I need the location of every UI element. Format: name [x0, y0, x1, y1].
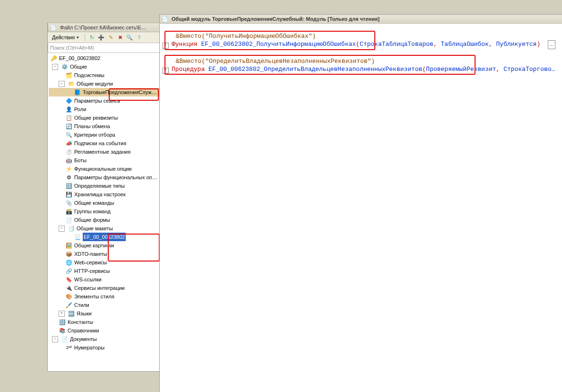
- tree-item-ws-refs[interactable]: 🔖 WS-ссылки: [49, 275, 160, 284]
- tree-item-numerators[interactable]: 2³⁴ Нумераторы: [49, 343, 160, 352]
- tree-item-styles[interactable]: 🖌️ Стили: [49, 301, 160, 309]
- add-icon[interactable]: ➕: [97, 34, 105, 41]
- config-icon: 🔑: [50, 54, 58, 62]
- tree-item-common-forms[interactable]: 📄 Общие формы: [49, 216, 160, 224]
- left-panel-title: 📄 Файл C:\Проект КА\Бизнес сеть\Е…: [48, 23, 160, 32]
- code-annotation-1: &Вместо("ПолучитьИнформациюОбОшибках"): [163, 32, 561, 40]
- tree-item-func-opt-params[interactable]: ⚙ Параметры функциональных оп…: [49, 173, 160, 182]
- tree-item-defined-types[interactable]: 🔠 Определяемые типы: [49, 182, 160, 190]
- tree-item-common-commands[interactable]: 📎 Общие команды: [49, 199, 160, 207]
- collapse-icon[interactable]: −: [59, 81, 65, 87]
- param-icon: 🔷: [65, 97, 73, 105]
- commonforms-icon: 📄: [65, 216, 73, 224]
- gears-icon: ⚙️: [61, 63, 69, 70]
- code-func-1: +Функция EF_00_00623802_ПолучитьИнформац…: [163, 40, 561, 49]
- styleitems-icon: 🎨: [65, 293, 73, 300]
- cmdgroups-icon: 🗃️: [65, 208, 73, 215]
- left-toolbar: Действия ▼ ↻ ➕ ✎ ✖ 🔍 ?: [48, 32, 160, 43]
- tree-item-documents[interactable]: − 📄 Документы: [49, 335, 160, 343]
- tree-item-scheduled-jobs[interactable]: ⏱️ Регламентные задания: [49, 148, 160, 156]
- subscribe-icon: 📣: [65, 139, 73, 147]
- styles-icon: 🖌️: [65, 301, 73, 309]
- funcoptparam-icon: ⚙: [65, 174, 73, 181]
- xdto-icon: 📦: [65, 250, 73, 258]
- code-editor-panel: 📄 Общий модуль ТорговыеПредложенияСлужеб…: [159, 14, 562, 392]
- definedtypes-icon: 🔠: [65, 182, 73, 190]
- tree-item-constants[interactable]: 🔢 Константы: [49, 318, 160, 326]
- roles-icon: 👤: [65, 105, 73, 113]
- languages-icon: 🔤: [68, 310, 75, 317]
- wsref-icon: 🔖: [65, 276, 73, 283]
- tree-item-web-services[interactable]: 🌐 Web-сервисы: [49, 258, 160, 267]
- settingsstorage-icon: 💾: [65, 191, 73, 198]
- httpservices-icon: 🔗: [65, 267, 73, 275]
- file-icon: 📄: [50, 25, 57, 30]
- tree-item-common-pictures[interactable]: 🖼️ Общие картинки: [49, 241, 160, 250]
- pictures-icon: 🖼️: [65, 242, 73, 249]
- subsystems-icon: 🗂️: [65, 71, 73, 79]
- tree-item-integration-services[interactable]: 🔌 Сервисы интеграции: [49, 284, 160, 292]
- chevron-down-icon: ▼: [76, 35, 79, 40]
- commoncommands-icon: 📎: [65, 199, 73, 207]
- tree-item-bots[interactable]: 🤖 Боты: [49, 156, 160, 165]
- collapse-icon[interactable]: −: [59, 226, 65, 232]
- tree-item-subsystems[interactable]: 🗂️ Подсистемы: [49, 71, 160, 79]
- tree-item-xdto[interactable]: 📦 XDTO-пакеты: [49, 250, 160, 258]
- catalogs-icon: 📚: [59, 327, 66, 334]
- tree-item-common-attrs[interactable]: 📋 Общие реквизиты: [49, 113, 160, 122]
- refresh-icon[interactable]: ↻: [88, 34, 95, 41]
- tree-common[interactable]: − ⚙️ Общие: [49, 62, 160, 71]
- tree-item-http-services[interactable]: 🔗 HTTP-сервисы: [49, 267, 160, 275]
- find-icon[interactable]: 🔍: [126, 34, 133, 41]
- tree-root[interactable]: 🔑 EF_00_00623802: [49, 54, 160, 62]
- numerators-icon: 2³⁴: [65, 344, 73, 351]
- tree-item-template-ef[interactable]: 📃 EF_00_00623802: [49, 233, 160, 241]
- criteria-icon: 🔍: [65, 131, 73, 139]
- code-title: 📄 Общий модуль ТорговыеПредложенияСлужеб…: [160, 15, 562, 24]
- left-title-text: Файл C:\Проект КА\Бизнес сеть\Е…: [60, 25, 147, 30]
- search-input[interactable]: Поиск (Ctrl+Alt+M): [48, 43, 160, 53]
- delete-icon[interactable]: ✖: [116, 34, 124, 41]
- documents-icon: 📄: [61, 335, 69, 343]
- code-annotation-2: &Вместо("ОпределитьВладельцевНезаполненн…: [163, 57, 561, 65]
- templates-icon: 📑: [68, 225, 75, 232]
- module-icon: 📘: [74, 88, 81, 96]
- tree-item-trade-offers-module[interactable]: 📘 ТорговыеПредложенияСлуж…: [49, 88, 160, 96]
- code-func-2: +Процедура EF_00_00623802_ОпределитьВлад…: [163, 65, 561, 74]
- tree-item-filter-criteria[interactable]: 🔍 Критерии отбора: [49, 131, 160, 139]
- tree-item-common-templates[interactable]: − 📑 Общие макеты: [49, 224, 160, 233]
- fold-ellipsis[interactable]: …: [548, 40, 555, 49]
- collapse-icon[interactable]: −: [52, 336, 58, 342]
- tree-item-roles[interactable]: 👤 Роли: [49, 105, 160, 113]
- tree-item-func-opts[interactable]: ⚡ Функциональные опции: [49, 165, 160, 173]
- code-body[interactable]: &Вместо("ПолучитьИнформациюОбОшибках") +…: [160, 24, 562, 392]
- tree-item-event-subs[interactable]: 📣 Подписки на события: [49, 139, 160, 148]
- tree-item-command-groups[interactable]: 🗃️ Группы команд: [49, 207, 160, 216]
- template-icon: 📃: [74, 233, 81, 241]
- help-icon[interactable]: ?: [135, 34, 143, 41]
- folder-icon: 📁: [68, 80, 75, 87]
- tree-item-languages[interactable]: + 🔤 Языки: [49, 309, 160, 318]
- exchange-icon: 🔄: [65, 122, 73, 130]
- edit-icon[interactable]: ✎: [107, 34, 114, 41]
- configurator-tree-panel: 📄 Файл C:\Проект КА\Бизнес сеть\Е… Дейст…: [47, 23, 160, 372]
- module-icon: 📄: [162, 16, 168, 22]
- tree-item-common-modules[interactable]: − 📁 Общие модули: [49, 79, 160, 88]
- fold-icon[interactable]: +: [163, 43, 169, 49]
- webservices-icon: 🌐: [65, 259, 73, 266]
- collapse-icon[interactable]: −: [52, 64, 58, 70]
- actions-dropdown[interactable]: Действия ▼: [50, 33, 82, 42]
- tree-item-settings-storage[interactable]: 💾 Хранилища настроек: [49, 190, 160, 199]
- tree-item-catalogs[interactable]: 📚 Справочники: [49, 326, 160, 335]
- expand-icon[interactable]: +: [59, 311, 65, 317]
- commonreq-icon: 📋: [65, 114, 73, 122]
- funcopt-icon: ⚡: [65, 165, 73, 173]
- constants-icon: 🔢: [59, 318, 66, 326]
- configuration-tree[interactable]: 🔑 EF_00_00623802 − ⚙️ Общие 🗂️ Подсистем…: [48, 53, 160, 371]
- scheduled-icon: ⏱️: [65, 148, 73, 156]
- bots-icon: 🤖: [65, 157, 73, 164]
- tree-item-exchange-plans[interactable]: 🔄 Планы обмена: [49, 122, 160, 131]
- tree-item-style-items[interactable]: 🎨 Элементы стиля: [49, 292, 160, 301]
- fold-icon[interactable]: +: [163, 68, 169, 74]
- tree-item-session-params[interactable]: 🔷 Параметры сеанса: [49, 96, 160, 105]
